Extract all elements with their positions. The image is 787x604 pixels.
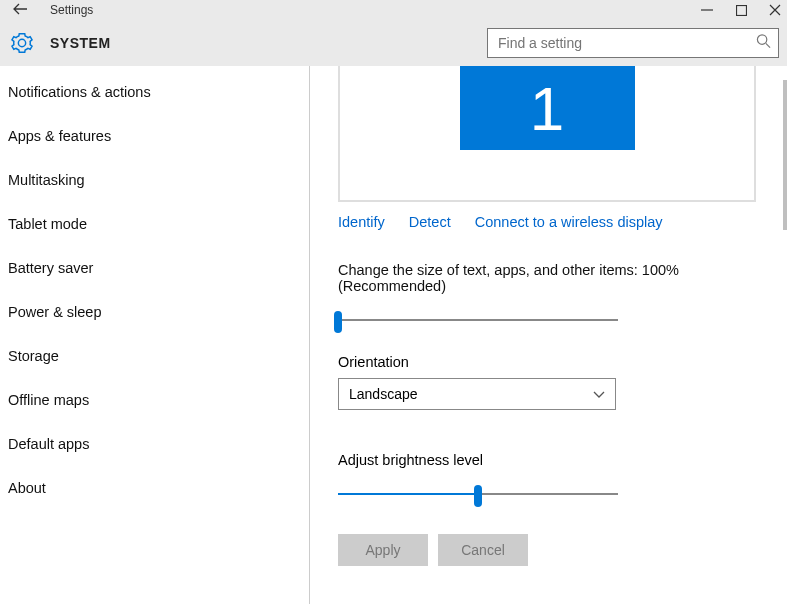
sidebar-item-about[interactable]: About [0, 466, 309, 510]
slider-fill [338, 493, 478, 495]
chevron-down-icon [593, 386, 605, 402]
orientation-label: Orientation [338, 354, 787, 370]
section-title: SYSTEM [50, 35, 111, 51]
sidebar-item-power-sleep[interactable]: Power & sleep [0, 290, 309, 334]
sidebar-item-battery[interactable]: Battery saver [0, 246, 309, 290]
connect-wireless-link[interactable]: Connect to a wireless display [475, 214, 663, 230]
section-header: SYSTEM [0, 20, 787, 66]
sidebar-item-storage[interactable]: Storage [0, 334, 309, 378]
maximize-button[interactable] [735, 4, 747, 16]
sidebar-item-offline-maps[interactable]: Offline maps [0, 378, 309, 422]
scrollbar[interactable] [783, 80, 787, 230]
sidebar-item-multitasking[interactable]: Multitasking [0, 158, 309, 202]
sidebar-item-tablet-mode[interactable]: Tablet mode [0, 202, 309, 246]
monitor-tile-1[interactable]: 1 [460, 66, 635, 150]
apply-button[interactable]: Apply [338, 534, 428, 566]
display-arrangement[interactable]: 1 [338, 66, 756, 202]
orientation-dropdown[interactable]: Landscape [338, 378, 616, 410]
cancel-button[interactable]: Cancel [438, 534, 528, 566]
sidebar-item-default-apps[interactable]: Default apps [0, 422, 309, 466]
slider-thumb[interactable] [474, 485, 482, 507]
slider-track [338, 319, 618, 321]
slider-thumb[interactable] [334, 311, 342, 333]
sidebar-item-apps[interactable]: Apps & features [0, 114, 309, 158]
main-content: 1 Identify Detect Connect to a wireless … [310, 66, 787, 604]
identify-link[interactable]: Identify [338, 214, 385, 230]
scale-slider[interactable] [338, 312, 618, 332]
close-button[interactable] [769, 4, 781, 16]
titlebar: Settings [0, 0, 787, 20]
detect-link[interactable]: Detect [409, 214, 451, 230]
search-input[interactable] [487, 28, 779, 58]
sidebar-item-notifications[interactable]: Notifications & actions [0, 70, 309, 114]
scale-label: Change the size of text, apps, and other… [338, 262, 787, 294]
orientation-value: Landscape [349, 386, 418, 402]
minimize-button[interactable] [701, 4, 713, 16]
svg-rect-1 [736, 5, 746, 15]
brightness-label: Adjust brightness level [338, 452, 787, 468]
brightness-slider[interactable] [338, 486, 618, 506]
window-title: Settings [50, 3, 93, 17]
settings-gear-icon [8, 32, 36, 54]
back-button[interactable] [0, 2, 40, 18]
sidebar: Notifications & actions Apps & features … [0, 66, 310, 604]
